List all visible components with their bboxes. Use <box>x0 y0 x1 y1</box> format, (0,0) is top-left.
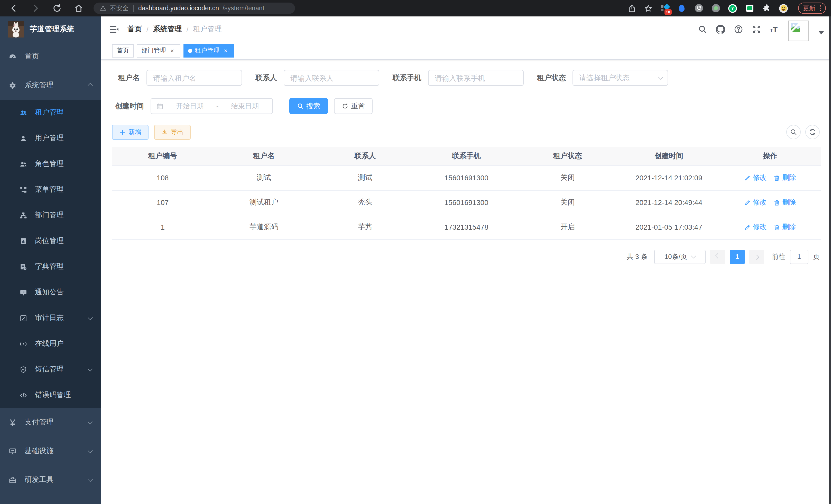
security-label[interactable]: 不安全 <box>110 4 128 12</box>
search-button[interactable]: 搜索 <box>289 98 328 114</box>
pagination-total: 共 3 条 <box>627 252 648 261</box>
end-date-placeholder: 结束日期 <box>223 101 267 111</box>
cell-tenant-name: 芋道源码 <box>213 215 315 239</box>
breadcrumb-system[interactable]: 系统管理 <box>153 25 182 34</box>
back-icon[interactable] <box>9 4 19 13</box>
extension-yuque-icon[interactable]: Y <box>728 4 737 13</box>
sidebar-item-online-user[interactable]: 在线用户 <box>0 331 101 357</box>
delete-link[interactable]: 删除 <box>773 173 796 182</box>
close-icon[interactable]: × <box>222 47 229 54</box>
tenant-name-label: 租户名 <box>118 73 140 83</box>
refresh-icon <box>809 128 816 136</box>
breadcrumb-home[interactable]: 首页 <box>127 25 142 34</box>
sidebar-item-dict[interactable]: 字典管理 <box>0 254 101 279</box>
extension-command-icon[interactable] <box>694 4 703 13</box>
sidebar-item-label: 岗位管理 <box>35 236 92 245</box>
extension-chat-icon[interactable] <box>745 4 754 13</box>
search-icon[interactable] <box>698 25 707 34</box>
sidebar-item-notice[interactable]: 通知公告 <box>0 279 101 305</box>
share-icon[interactable] <box>627 4 636 12</box>
address-bar[interactable]: 不安全 dashboard.yudao.iocoder.cn/system/te… <box>93 3 295 14</box>
delete-link[interactable]: 删除 <box>773 198 796 207</box>
add-button[interactable]: 新增 <box>112 125 148 140</box>
edit-link[interactable]: 修改 <box>744 173 767 182</box>
sidebar-item-tenant[interactable]: 租户管理 <box>0 100 101 125</box>
contact-input[interactable] <box>284 70 379 86</box>
sidebar-logo[interactable]: 芋道管理系统 <box>0 17 101 42</box>
delete-link[interactable]: 删除 <box>773 223 796 232</box>
sidebar-item-label: 错误码管理 <box>35 390 92 400</box>
sidebar-item-menu[interactable]: 菜单管理 <box>0 177 101 202</box>
extension-recorder-icon[interactable] <box>711 4 720 13</box>
sidebar-item-user[interactable]: 用户管理 <box>0 125 101 151</box>
avatar-dropdown-icon[interactable] <box>819 31 824 34</box>
page-number-1[interactable]: 1 <box>730 249 745 264</box>
col-actions: 操作 <box>719 147 821 166</box>
window-scrollbar-strip[interactable] <box>829 17 831 504</box>
reload-icon[interactable] <box>52 4 62 13</box>
col-create-time: 创建时间 <box>618 147 719 166</box>
tags-view-bar: 首页 部门管理 × 租户管理 × <box>101 42 831 60</box>
browser-update-button[interactable]: 更新 <box>798 3 826 14</box>
delete-label: 删除 <box>782 173 796 182</box>
active-tab-dot <box>188 49 192 53</box>
page-size-select[interactable]: 10条/页 <box>654 249 706 264</box>
extensions-puzzle-icon[interactable] <box>762 4 771 13</box>
github-icon[interactable] <box>716 25 725 34</box>
monitor-icon <box>9 447 17 455</box>
tab-dept[interactable]: 部门管理 × <box>137 44 180 57</box>
yen-icon <box>9 418 17 426</box>
extension-balloon-icon[interactable] <box>677 4 686 13</box>
tab-label: 部门管理 <box>141 46 166 55</box>
refresh-table-button[interactable] <box>805 125 820 139</box>
close-icon[interactable]: × <box>169 47 176 54</box>
cell-status: 关闭 <box>517 190 618 215</box>
update-label: 更新 <box>803 4 815 12</box>
text-size-icon[interactable]: TT <box>770 25 778 33</box>
sidebar-item-dev-tools[interactable]: 研发工具 <box>0 466 101 494</box>
tab-home[interactable]: 首页 <box>112 44 134 57</box>
prev-page-button[interactable] <box>710 249 725 264</box>
next-page-button[interactable] <box>749 249 764 264</box>
goto-page-input[interactable] <box>790 249 808 264</box>
tab-label: 租户管理 <box>195 46 220 55</box>
chevron-down-icon <box>658 75 663 80</box>
toggle-search-button[interactable] <box>786 125 801 139</box>
tab-tenant[interactable]: 租户管理 × <box>183 44 234 57</box>
sidebar-item-pay[interactable]: 支付管理 <box>0 408 101 437</box>
tenant-name-input[interactable] <box>146 70 242 86</box>
sidebar-item-error-code[interactable]: 错误码管理 <box>0 382 101 408</box>
sidebar-item-sms[interactable]: 短信管理 <box>0 357 101 382</box>
status-select[interactable]: 请选择租户状态 <box>573 70 668 86</box>
export-button[interactable]: 导出 <box>154 125 191 140</box>
pagination: 共 3 条 10条/页 1 前往 页 <box>112 249 821 264</box>
sidebar-item-audit-log[interactable]: 审计日志 <box>0 305 101 331</box>
profile-avatar-icon[interactable] <box>779 4 788 13</box>
chevron-down-icon <box>88 315 93 320</box>
sidebar-item-role[interactable]: 角色管理 <box>0 151 101 177</box>
help-icon[interactable] <box>734 25 743 34</box>
user-avatar[interactable] <box>789 21 809 41</box>
sidebar-item-dept[interactable]: 部门管理 <box>0 202 101 228</box>
browser-menu-icon[interactable] <box>820 5 821 11</box>
date-range-picker[interactable]: 开始日期 - 结束日期 <box>150 98 273 114</box>
extension-pin-icon[interactable]: 10 <box>660 4 669 13</box>
home-icon[interactable] <box>74 4 83 13</box>
sidebar-item-post[interactable]: 岗位管理 <box>0 228 101 254</box>
status-label: 租户状态 <box>537 73 566 83</box>
sidebar-item-system[interactable]: 系统管理 <box>0 71 101 100</box>
forward-icon[interactable] <box>31 4 40 13</box>
bookmark-star-icon[interactable] <box>644 4 652 12</box>
fullscreen-icon[interactable] <box>752 25 761 34</box>
sidebar-item-infra[interactable]: 基础设施 <box>0 437 101 466</box>
reset-button[interactable]: 重置 <box>334 98 373 114</box>
edit-link[interactable]: 修改 <box>744 198 767 207</box>
sidebar-item-label: 用户管理 <box>35 134 92 143</box>
chevron-left-icon <box>715 253 720 259</box>
sidebar-item-home[interactable]: 首页 <box>0 42 101 71</box>
mobile-input[interactable] <box>428 70 524 86</box>
cell-status: 关闭 <box>517 166 618 190</box>
collapse-sidebar-icon[interactable] <box>109 24 119 34</box>
cell-contact: 芋艿 <box>315 215 416 239</box>
edit-link[interactable]: 修改 <box>744 223 767 232</box>
